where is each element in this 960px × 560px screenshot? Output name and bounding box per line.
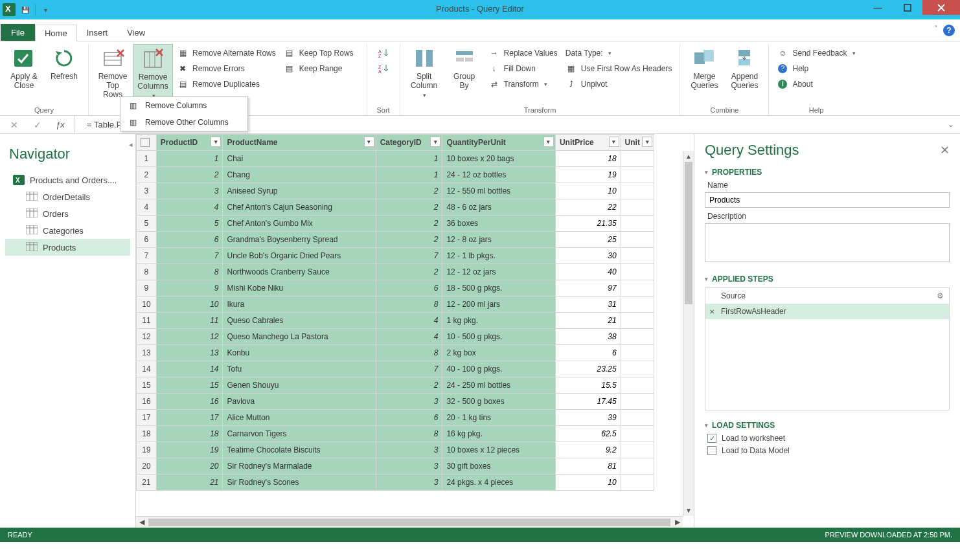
append-queries-button[interactable]: Append Queries: [724, 44, 764, 92]
cell-productid[interactable]: 19: [156, 442, 223, 458]
cell-categoryid[interactable]: 6: [376, 280, 442, 297]
keep-top-rows-button[interactable]: ▤Keep Top Rows: [280, 45, 358, 61]
table-row[interactable]: 1414Tofu740 - 100 g pkgs.23.25: [137, 361, 654, 377]
cell-unit[interactable]: [621, 377, 654, 394]
cell-unitprice[interactable]: 22: [555, 199, 621, 216]
applied-steps-section[interactable]: ▾APPLIED STEPS: [705, 274, 950, 284]
cell-unitprice[interactable]: 10: [555, 183, 621, 199]
cell-categoryid[interactable]: 4: [376, 329, 442, 345]
row-number[interactable]: 4: [137, 199, 157, 216]
cell-unitprice[interactable]: 31: [555, 297, 621, 313]
cell-productid[interactable]: 6: [156, 232, 223, 248]
filter-dropdown-icon[interactable]: ▾: [430, 137, 440, 147]
cell-productname[interactable]: Queso Cabrales: [223, 313, 376, 329]
cell-productid[interactable]: 20: [156, 458, 223, 475]
cell-categoryid[interactable]: 2: [376, 377, 442, 394]
cell-categoryid[interactable]: 8: [376, 297, 442, 313]
transform-button[interactable]: ⇄Transform: [485, 76, 562, 92]
cell-unitprice[interactable]: 15.5: [555, 377, 621, 394]
cell-categoryid[interactable]: 2: [376, 183, 442, 199]
remove-columns-button[interactable]: Remove Columns: [133, 44, 173, 101]
data-type-button[interactable]: Data Type:: [562, 45, 676, 61]
tab-insert[interactable]: Insert: [77, 24, 118, 41]
group-by-button[interactable]: Group By: [444, 44, 485, 92]
table-row[interactable]: 1111Queso Cabrales41 kg pkg.21: [137, 313, 654, 329]
formula-accept-button[interactable]: ✓: [29, 118, 47, 131]
cell-productname[interactable]: Northwoods Cranberry Sauce: [223, 264, 376, 280]
scroll-left-icon[interactable]: ◀: [136, 518, 147, 526]
cell-productid[interactable]: 12: [156, 329, 223, 345]
cell-unit[interactable]: [621, 345, 654, 361]
cell-quantityperunit[interactable]: 12 - 8 oz jars: [442, 232, 556, 248]
cell-quantityperunit[interactable]: 1 kg pkg.: [442, 313, 556, 329]
cell-categoryid[interactable]: 2: [376, 232, 442, 248]
cell-productname[interactable]: Chai: [223, 151, 376, 167]
filter-dropdown-icon[interactable]: ▾: [543, 137, 554, 147]
cell-categoryid[interactable]: 2: [376, 199, 442, 216]
cell-unit[interactable]: [621, 442, 654, 458]
cell-unit[interactable]: [621, 248, 654, 264]
query-name-input[interactable]: [705, 192, 950, 208]
cell-quantityperunit[interactable]: 24 - 250 ml bottles: [442, 377, 556, 394]
cell-productid[interactable]: 3: [156, 183, 223, 199]
row-number[interactable]: 12: [137, 329, 157, 345]
navigator-collapse-button[interactable]: ◂: [126, 139, 135, 150]
cell-unit[interactable]: [621, 167, 654, 183]
horizontal-scrollbar[interactable]: ◀ ▶: [136, 516, 683, 528]
cell-productname[interactable]: Sir Rodney's Marmalade: [223, 458, 376, 475]
column-header-categoryid[interactable]: CategoryID▾: [376, 135, 442, 151]
cell-productname[interactable]: Queso Manchego La Pastora: [223, 329, 376, 345]
refresh-button[interactable]: Refresh: [44, 44, 84, 83]
cell-productname[interactable]: Chang: [223, 167, 376, 183]
cell-unitprice[interactable]: 40: [555, 264, 621, 280]
cell-unit[interactable]: [621, 458, 654, 475]
cell-quantityperunit[interactable]: 10 - 500 g pkgs.: [442, 329, 556, 345]
properties-section[interactable]: ▾PROPERTIES: [705, 168, 950, 177]
row-number[interactable]: 16: [137, 394, 157, 410]
unpivot-button[interactable]: ⤴Unpivot: [562, 76, 676, 92]
formula-expand-button[interactable]: ⌄: [948, 120, 954, 129]
query-description-input[interactable]: [705, 223, 950, 262]
table-row[interactable]: 66Grandma's Boysenberry Spread212 - 8 oz…: [137, 232, 654, 248]
row-number[interactable]: 20: [137, 458, 157, 475]
row-number[interactable]: 8: [137, 264, 157, 280]
cell-categoryid[interactable]: 1: [376, 151, 442, 167]
table-row[interactable]: 2121Sir Rodney's Scones324 pkgs. x 4 pie…: [137, 475, 654, 491]
cell-productid[interactable]: 17: [156, 410, 223, 426]
collapse-ribbon-icon[interactable]: ˄: [934, 25, 938, 36]
row-number[interactable]: 9: [137, 280, 157, 297]
fill-down-button[interactable]: ↓Fill Down: [485, 61, 562, 76]
cell-unit[interactable]: [621, 280, 654, 297]
cell-unitprice[interactable]: 19: [555, 167, 621, 183]
qat-customize-icon[interactable]: ▾: [38, 3, 52, 17]
table-row[interactable]: 2020Sir Rodney's Marmalade330 gift boxes…: [137, 458, 654, 475]
load-datamodel-row[interactable]: Load to Data Model: [707, 446, 947, 455]
cell-categoryid[interactable]: 4: [376, 313, 442, 329]
table-row[interactable]: 1818Carnarvon Tigers816 kg pkg.62.5: [137, 426, 654, 442]
remove-alternate-rows-button[interactable]: ▦Remove Alternate Rows: [173, 45, 280, 61]
apply-close-button[interactable]: Apply & Close: [4, 44, 44, 92]
cell-unitprice[interactable]: 17.45: [555, 394, 621, 410]
cell-categoryid[interactable]: 2: [376, 216, 442, 232]
cell-unit[interactable]: [621, 426, 654, 442]
cell-quantityperunit[interactable]: 12 - 12 oz jars: [442, 264, 556, 280]
split-column-button[interactable]: Split Column: [404, 44, 444, 100]
cell-productname[interactable]: Pavlova: [223, 394, 376, 410]
cell-productname[interactable]: Chef Anton's Gumbo Mix: [223, 216, 376, 232]
cell-productid[interactable]: 4: [156, 199, 223, 216]
cell-categoryid[interactable]: 8: [376, 426, 442, 442]
row-number[interactable]: 13: [137, 345, 157, 361]
navigator-item-orderdetails[interactable]: OrderDetails: [5, 188, 130, 205]
navigator-item-orders[interactable]: Orders: [5, 205, 130, 222]
cell-quantityperunit[interactable]: 36 boxes: [442, 216, 556, 232]
gear-icon[interactable]: ⚙: [937, 291, 944, 300]
first-row-headers-button[interactable]: ▦Use First Row As Headers: [562, 61, 676, 76]
help-icon[interactable]: ?: [943, 25, 955, 36]
cell-unitprice[interactable]: 81: [555, 458, 621, 475]
cell-productname[interactable]: Aniseed Syrup: [223, 183, 376, 199]
remove-top-rows-button[interactable]: Remove Top Rows: [93, 44, 133, 100]
table-row[interactable]: 99Mishi Kobe Niku618 - 500 g pkgs.97: [137, 280, 654, 297]
cell-productid[interactable]: 8: [156, 264, 223, 280]
row-number[interactable]: 2: [137, 167, 157, 183]
cell-quantityperunit[interactable]: 30 gift boxes: [442, 458, 556, 475]
